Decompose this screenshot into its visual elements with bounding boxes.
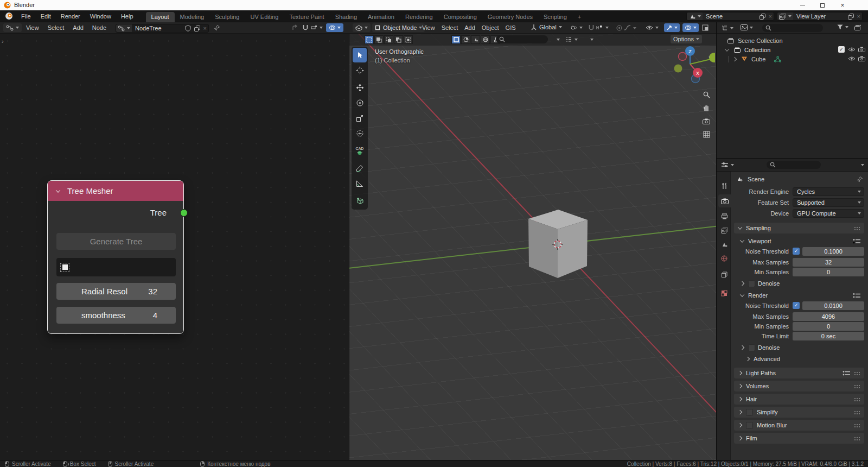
r-denoise-toggle[interactable]: Denoise xyxy=(734,342,864,353)
ts-display-mode-dropdown[interactable] xyxy=(565,36,578,42)
outliner-row-scene-collection[interactable]: Scene Collection xyxy=(717,36,868,45)
workspace-tab-scripting[interactable]: Scripting xyxy=(538,12,572,22)
view-layer-selector[interactable]: View Layer × xyxy=(777,12,863,21)
new-collection-icon[interactable] xyxy=(854,24,861,30)
select-mode-intersect-icon[interactable] xyxy=(404,35,413,44)
workspace-tab-animation[interactable]: Animation xyxy=(362,12,400,22)
vp-menu-add[interactable]: Add xyxy=(461,22,478,34)
outliner-display-mode-dropdown[interactable] xyxy=(721,25,733,31)
collection-render-camera-icon[interactable] xyxy=(858,47,865,52)
time-limit-field[interactable]: 0 sec xyxy=(793,332,864,340)
vp-min-samples-field[interactable]: 0 xyxy=(793,268,864,276)
node-header[interactable]: Tree Mesher xyxy=(48,181,183,201)
blender-menu-logo-icon[interactable] xyxy=(5,12,13,20)
pan-hand-button[interactable] xyxy=(701,102,712,113)
proportional-editing-icons[interactable] xyxy=(616,25,636,31)
new-node-tree-icon[interactable] xyxy=(193,24,202,32)
panel-film[interactable]: Film xyxy=(734,433,864,444)
object-visibility-dropdown[interactable] xyxy=(646,25,659,30)
tree-mesher-node[interactable]: Tree Mesher Tree Generate Tree Radial Re… xyxy=(47,180,184,334)
vp-noise-threshold-checkbox[interactable]: ✓ xyxy=(793,248,800,255)
r-noise-threshold-field[interactable]: 0.0100 xyxy=(802,301,864,310)
editor-type-button[interactable] xyxy=(3,23,22,32)
workspace-tab-uv-editing[interactable]: UV Editing xyxy=(245,12,284,22)
view-layer-name[interactable]: View Layer xyxy=(793,13,846,20)
maximize-button[interactable] xyxy=(813,0,832,10)
collection-expand-chevron-icon[interactable] xyxy=(725,47,729,51)
transform-orientation-selector[interactable]: Global xyxy=(531,24,562,30)
cube-render-camera-icon[interactable] xyxy=(858,56,865,61)
r-denoise-checkbox[interactable] xyxy=(748,344,755,351)
preset-list-icon[interactable] xyxy=(843,370,851,376)
tool-cad-sketcher[interactable]: CAD xyxy=(353,143,367,158)
snap-toggle-icon[interactable] xyxy=(588,24,595,31)
mode-selector[interactable]: Object Mode xyxy=(372,23,425,32)
close-button[interactable]: × xyxy=(833,0,852,10)
panel-grip[interactable] xyxy=(854,424,861,427)
tab-world-icon[interactable] xyxy=(718,252,731,265)
vp-denoise-checkbox[interactable] xyxy=(748,280,755,287)
scene-selector[interactable]: Scene × xyxy=(686,12,774,21)
cube-hide-eye-icon[interactable] xyxy=(848,56,856,61)
viewport-editor-type-button[interactable] xyxy=(353,23,371,32)
object-picker-field[interactable] xyxy=(56,258,176,276)
properties-options-caret[interactable] xyxy=(861,164,864,166)
tab-render-icon[interactable] xyxy=(718,194,731,207)
ts-filter-scene-icon[interactable] xyxy=(471,35,480,44)
panel-hair[interactable]: Hair xyxy=(734,394,864,405)
menu-help[interactable]: Help xyxy=(116,10,138,22)
outliner-row-cube[interactable]: Cube xyxy=(717,54,868,64)
gizmo-neg-y-ball[interactable] xyxy=(674,65,682,73)
overlays-toggle[interactable] xyxy=(682,23,699,32)
select-mode-set-icon[interactable] xyxy=(365,35,374,44)
tab-scene-icon[interactable] xyxy=(718,238,731,251)
scene-unlink-icon[interactable]: × xyxy=(767,12,774,20)
node-collapse-chevron-icon[interactable] xyxy=(56,188,60,192)
ne-sidebar-expand-arrow[interactable]: › xyxy=(2,38,4,45)
xray-toggle-icon[interactable] xyxy=(702,24,709,31)
menu-file[interactable]: File xyxy=(16,10,36,22)
ne-menu-select[interactable]: Select xyxy=(43,22,69,34)
panel-grip[interactable] xyxy=(854,371,861,375)
scene-duplicate-icon[interactable] xyxy=(758,12,767,20)
r-noise-threshold-checkbox[interactable]: ✓ xyxy=(793,302,800,309)
collection-checkbox[interactable]: ✓ xyxy=(838,46,845,53)
snap-magnet-icon[interactable] xyxy=(302,24,309,31)
subpanel-render[interactable]: Render xyxy=(734,290,864,301)
outliner-search-input[interactable] xyxy=(762,24,823,32)
subpanel-viewport[interactable]: Viewport xyxy=(734,236,864,247)
workspace-tab-layout[interactable]: Layout xyxy=(146,12,175,22)
output-socket[interactable] xyxy=(180,209,188,217)
workspace-tab-modeling[interactable]: Modeling xyxy=(175,12,210,22)
go-parent-tree-icon[interactable] xyxy=(291,24,298,31)
ts-dropdown-caret[interactable] xyxy=(557,39,560,41)
panel-grip[interactable] xyxy=(854,437,861,440)
viewport-canvas[interactable]: CAD User Orthographic (1) Collection xyxy=(349,34,716,460)
scene-icon[interactable] xyxy=(687,12,703,20)
motion-blur-checkbox[interactable] xyxy=(746,422,753,429)
tool-move[interactable] xyxy=(353,80,367,95)
ts-filter-pie-icon[interactable] xyxy=(461,35,470,44)
workspace-add-button[interactable]: + xyxy=(572,12,586,22)
cube-expand-chevron-icon[interactable] xyxy=(732,56,737,61)
outliner-row-collection[interactable]: Collection ✓ xyxy=(717,45,868,54)
collection-hide-eye-icon[interactable] xyxy=(848,47,856,52)
view-layer-icon[interactable] xyxy=(777,12,793,20)
vp-menu-object[interactable]: Object xyxy=(478,22,502,34)
unlink-node-tree-icon[interactable]: × xyxy=(202,24,208,32)
panel-motion-blur[interactable]: Motion Blur xyxy=(734,420,864,431)
workspace-tab-texture-paint[interactable]: Texture Paint xyxy=(284,12,329,22)
vp-denoise-toggle[interactable]: Denoise xyxy=(734,278,864,289)
toggle-perspective-grid-button[interactable] xyxy=(701,129,712,140)
tab-output-icon[interactable] xyxy=(718,210,731,223)
workspace-tab-compositing[interactable]: Compositing xyxy=(438,12,482,22)
gizmo-neg-x-ball[interactable] xyxy=(679,53,687,61)
r-min-samples-field[interactable]: 0 xyxy=(793,322,864,331)
menu-render[interactable]: Render xyxy=(56,10,85,22)
advanced-toggle[interactable]: Advanced xyxy=(734,354,864,364)
workspace-tab-shading[interactable]: Shading xyxy=(330,12,362,22)
r-max-samples-field[interactable]: 4096 xyxy=(793,312,864,321)
vp-sidebar-expand-arrow[interactable]: ‹ xyxy=(709,53,711,60)
tab-tool-icon[interactable] xyxy=(718,179,731,192)
tool-add-cube[interactable] xyxy=(353,193,367,208)
